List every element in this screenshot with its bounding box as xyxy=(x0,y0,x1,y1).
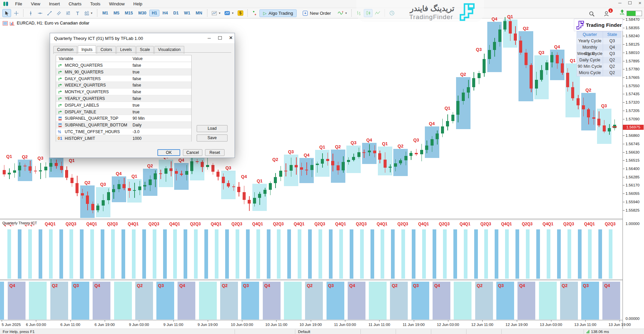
subpanel-scale-top: 1.00000 xyxy=(626,222,640,226)
variable-value[interactable]: false xyxy=(133,96,141,101)
variable-value[interactable]: true xyxy=(133,110,140,114)
input-row-subpanel_quarter_bottom[interactable]: SUBPANEL_QUARTER_BOTTOMDaily xyxy=(56,122,191,128)
variable-value[interactable]: 90 Min xyxy=(133,116,145,121)
price-tick-label: 1.58470 xyxy=(626,17,640,21)
indicator-settings-dialog[interactable]: Quarterly Theory ICT (01) MT5 by TFLab 1… xyxy=(50,33,235,158)
candle-body xyxy=(519,41,522,53)
quarter-bar xyxy=(121,229,125,279)
quarter-bar xyxy=(350,229,353,279)
current-price-tag: 1.56975 xyxy=(623,125,644,130)
quarter-label: Q1 xyxy=(319,145,325,150)
variable-value[interactable]: false xyxy=(133,76,141,81)
price-tick-label: 1.58010 xyxy=(626,51,640,55)
input-row-daily_quarters[interactable]: DAILY_QUARTERSfalse xyxy=(56,75,191,82)
variable-value[interactable]: false xyxy=(133,90,141,94)
daily-quarter-block xyxy=(199,282,217,320)
daily-quarter-label: Q3 xyxy=(583,283,589,288)
price-axis[interactable]: 1.584701.583551.582401.581251.580101.578… xyxy=(623,18,644,329)
candle-body xyxy=(227,183,230,186)
dialog-titlebar[interactable]: Quarterly Theory ICT (01) MT5 by TFLab 1… xyxy=(50,33,235,43)
variable-value[interactable]: false xyxy=(133,63,141,68)
price-tick xyxy=(623,185,625,185)
date-tick xyxy=(70,320,71,322)
inputs-grid[interactable]: Variable Value MICRO_QUARTERSfalseMIN_90… xyxy=(56,55,192,142)
subpanel-pair-label: Q4Q1 xyxy=(128,222,139,226)
quarter-bar xyxy=(495,229,498,279)
dialog-tabs: CommonInputsColorsLevelsScaleVisualizati… xyxy=(53,46,185,54)
tab-levels[interactable]: Levels xyxy=(116,46,136,54)
quarter-bar xyxy=(526,229,530,279)
candle-body xyxy=(18,166,21,170)
qt-row-weekly-cycle: Weekly CycleQ3 xyxy=(577,51,621,57)
dialog-minimize-button[interactable]: ─ xyxy=(208,36,211,41)
candle-body xyxy=(310,165,313,170)
ok-button[interactable]: OK xyxy=(157,149,180,156)
variable-name: MIN_90_QUARTERS xyxy=(65,70,103,74)
load-button[interactable]: Load xyxy=(197,125,228,132)
input-row-weekly_quarters[interactable]: WEEKLY_QUARTERSfalse xyxy=(56,82,191,89)
dialog-close-button[interactable]: × xyxy=(229,35,233,41)
quarter-bar xyxy=(153,229,156,279)
quarter-bar xyxy=(567,229,571,279)
candle-body xyxy=(582,105,585,110)
daily-quarter-label: Q3 xyxy=(73,283,79,288)
daily-quarter-block xyxy=(29,282,47,320)
reset-button[interactable]: Reset xyxy=(205,149,225,156)
daily-quarter-label: Q3 xyxy=(158,283,164,288)
input-row-yearly_quarters[interactable]: YEARLY_QUARTERSfalse xyxy=(56,95,191,102)
variable-value[interactable]: -3.0 xyxy=(133,129,140,134)
cancel-button[interactable]: Cancel xyxy=(183,149,202,156)
input-row-display_labels[interactable]: DISPLAY_LABELStrue xyxy=(56,102,191,109)
input-row-monthly_quarters[interactable]: MONTHLY_QUARTERSfalse xyxy=(56,89,191,95)
date-tick-label: 11 Jun 03:00 xyxy=(334,323,356,327)
candle-body xyxy=(368,151,371,153)
candle-body xyxy=(467,87,470,93)
input-row-history_limit[interactable]: 01HISTORY_LIMIT1000 xyxy=(56,135,191,142)
save-button[interactable]: Save xyxy=(197,134,228,142)
dialog-maximize-button[interactable] xyxy=(218,35,222,41)
tab-visualization[interactable]: Visualization xyxy=(154,46,184,54)
price-tick xyxy=(623,202,625,202)
candle-body xyxy=(76,183,79,193)
candle-wick xyxy=(390,164,391,172)
candle-body xyxy=(566,73,569,87)
current-price-marker xyxy=(612,126,617,127)
panel-splitter-bottom[interactable] xyxy=(0,279,623,281)
variable-value[interactable]: Daily xyxy=(133,123,142,127)
variable-value[interactable]: 1000 xyxy=(133,136,142,141)
variable-name: WEEKLY_QUARTERS xyxy=(65,83,106,88)
subpanel-pair-label: Q2Q3 xyxy=(107,222,118,226)
date-tick-label: 12 Jun 11:00 xyxy=(471,323,493,327)
variable-value[interactable]: true xyxy=(133,103,140,108)
daily-quarter-label: Q4 xyxy=(179,283,185,288)
candle-body xyxy=(117,184,120,189)
input-row-utc_time_offset_hours[interactable]: ½UTC_TIME_OFFSET_HOURS-3.0 xyxy=(56,128,191,135)
candle-body xyxy=(441,126,444,133)
tab-colors[interactable]: Colors xyxy=(97,46,116,54)
candle-body xyxy=(451,115,454,121)
quarter-label: Q3 xyxy=(38,156,43,161)
qt-row-daily-cycle: Daily CycleQ2 xyxy=(577,57,621,63)
input-row-micro_quarters[interactable]: MICRO_QUARTERSfalse xyxy=(56,62,191,69)
price-tick xyxy=(623,160,625,161)
tab-common[interactable]: Common xyxy=(53,46,77,54)
input-row-min_90_quarters[interactable]: MIN_90_QUARTERStrue xyxy=(56,69,191,75)
price-tick-label: 1.57780 xyxy=(626,67,640,71)
date-axis[interactable]: 5 Jun 20256 Jun 03:006 Jun 11:006 Jun 19… xyxy=(0,320,623,329)
variable-value[interactable]: true xyxy=(133,70,140,74)
input-row-display_table[interactable]: DISPLAY_TABLEtrue xyxy=(56,109,191,115)
price-tick xyxy=(623,94,625,94)
qt-row-micro-cycle: Micro CycleQ2 xyxy=(577,70,621,76)
candle-body xyxy=(571,87,574,98)
tab-scale[interactable]: Scale xyxy=(136,46,154,54)
candle-body xyxy=(201,162,204,167)
input-row-subpanel_quarter_top[interactable]: SUBPANEL_QUARTER_TOP90 Min xyxy=(56,115,191,122)
panel-splitter-top[interactable] xyxy=(0,219,623,220)
candle-body xyxy=(295,165,298,167)
date-tick-label: 12 Jun 19:00 xyxy=(505,323,528,327)
variable-value[interactable]: false xyxy=(133,83,141,88)
candle-body xyxy=(23,166,27,167)
subpanel-pair-label: Q2Q3 xyxy=(190,222,201,226)
column-value: Value xyxy=(133,56,143,61)
subpanel-pair-label: Q4Q1 xyxy=(294,222,304,226)
